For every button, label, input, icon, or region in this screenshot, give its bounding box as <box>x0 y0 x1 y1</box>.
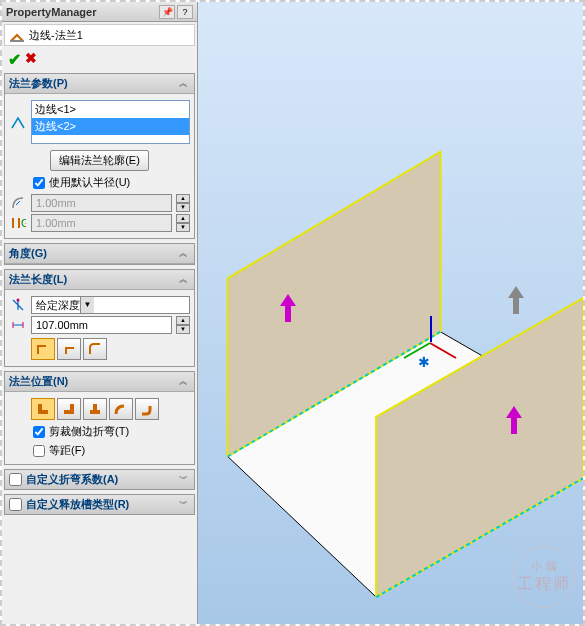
dropdown-arrow-icon: ▼ <box>80 297 94 313</box>
gap-input: 1.00mm <box>31 214 172 232</box>
3d-viewport[interactable]: ✱ 小 國 工程师 <box>198 2 583 624</box>
flange-params-section: 法兰参数(P) ︽ 边线<1> 边线<2> 编辑法兰轮廓(E) 使用默认半径(U… <box>4 73 195 239</box>
svg-rect-5 <box>10 40 24 42</box>
svg-rect-12 <box>38 404 42 410</box>
svg-point-9 <box>17 299 20 302</box>
edge-flange-icon <box>9 27 25 43</box>
chevron-up-icon: ︽ <box>176 247 190 261</box>
section-header[interactable]: 法兰参数(P) ︽ <box>5 74 194 94</box>
svg-rect-13 <box>64 410 74 414</box>
use-default-radius-checkbox[interactable]: 使用默认半径(U) <box>9 173 190 192</box>
position-section: 法兰位置(N) ︽ 剪裁侧边折弯(T) 等距(F) <box>4 371 195 465</box>
length-input[interactable]: 107.00mm <box>31 316 172 334</box>
chevron-up-icon: ︽ <box>176 273 190 287</box>
edge-select-icon <box>9 113 27 131</box>
origin-icon: ✱ <box>418 354 430 370</box>
direction-arrow-alt[interactable] <box>508 286 524 314</box>
help-button[interactable]: ? <box>177 5 193 19</box>
tangent-button[interactable] <box>135 398 159 420</box>
chevron-down-icon: ︾ <box>176 498 190 512</box>
panel-header: PropertyManager 📌 ? <box>2 2 197 22</box>
length-section: 法兰长度(L) ︽ 给定深度▼ 107.00mm ▲▼ <box>4 269 195 367</box>
property-manager-panel: PropertyManager 📌 ? 边线-法兰1 ✔ ✖ 法兰参数(P) ︽… <box>2 2 198 624</box>
offset-checkbox[interactable]: 等距(F) <box>9 441 190 460</box>
length-type-combo[interactable]: 给定深度▼ <box>31 296 190 314</box>
svg-rect-15 <box>90 410 100 414</box>
outer-virtual-sharp-button[interactable] <box>31 338 55 360</box>
svg-rect-14 <box>70 404 74 410</box>
list-item[interactable]: 边线<2> <box>32 118 189 135</box>
spinner[interactable]: ▲▼ <box>176 316 190 334</box>
bend-radius-icon <box>9 194 27 212</box>
bend-radius-input: 1.00mm <box>31 194 172 212</box>
feature-name: 边线-法兰1 <box>29 28 83 43</box>
direction-arrow[interactable] <box>506 406 522 434</box>
custom-bend-allowance-section[interactable]: 自定义折弯系数(A) ︾ <box>4 469 195 490</box>
spinner: ▲▼ <box>176 214 190 232</box>
chevron-up-icon: ︽ <box>176 77 190 91</box>
chevron-up-icon: ︽ <box>176 375 190 389</box>
watermark: 小 國 工程师 <box>513 546 575 608</box>
section-header[interactable]: 角度(G) ︽ <box>5 244 194 264</box>
gap-icon: G <box>9 214 27 232</box>
angle-section: 角度(G) ︽ <box>4 243 195 265</box>
length-icon <box>9 316 27 334</box>
action-bar: ✔ ✖ <box>2 48 197 71</box>
svg-rect-11 <box>38 410 48 414</box>
material-inside-button[interactable] <box>31 398 55 420</box>
position-toggles <box>9 396 190 422</box>
trim-side-bends-checkbox[interactable]: 剪裁侧边折弯(T) <box>9 422 190 441</box>
material-outside-button[interactable] <box>57 398 81 420</box>
ok-button[interactable]: ✔ <box>8 50 21 69</box>
tangent-bend-button[interactable] <box>83 338 107 360</box>
virtual-sharp-button[interactable] <box>109 398 133 420</box>
spinner: ▲▼ <box>176 194 190 212</box>
bend-outside-button[interactable] <box>83 398 107 420</box>
section-header[interactable]: 法兰长度(L) ︽ <box>5 270 194 290</box>
svg-rect-16 <box>93 404 97 410</box>
length-reference-toggles <box>9 336 190 362</box>
direction-arrow[interactable] <box>280 294 296 322</box>
edit-profile-button[interactable]: 编辑法兰轮廓(E) <box>50 150 149 171</box>
pin-button[interactable]: 📌 <box>159 5 175 19</box>
section-header[interactable]: 法兰位置(N) ︽ <box>5 372 194 392</box>
inner-virtual-sharp-button[interactable] <box>57 338 81 360</box>
feature-header: 边线-法兰1 <box>4 24 195 46</box>
svg-text:G: G <box>21 217 26 229</box>
chevron-down-icon: ︾ <box>176 473 190 487</box>
panel-title: PropertyManager <box>6 6 157 18</box>
model-geometry <box>198 2 583 624</box>
end-condition-icon <box>9 296 27 314</box>
list-item[interactable]: 边线<1> <box>32 101 189 118</box>
cancel-button[interactable]: ✖ <box>25 50 37 69</box>
custom-relief-section[interactable]: 自定义释放槽类型(R) ︾ <box>4 494 195 515</box>
edge-selection-list[interactable]: 边线<1> 边线<2> <box>31 100 190 144</box>
